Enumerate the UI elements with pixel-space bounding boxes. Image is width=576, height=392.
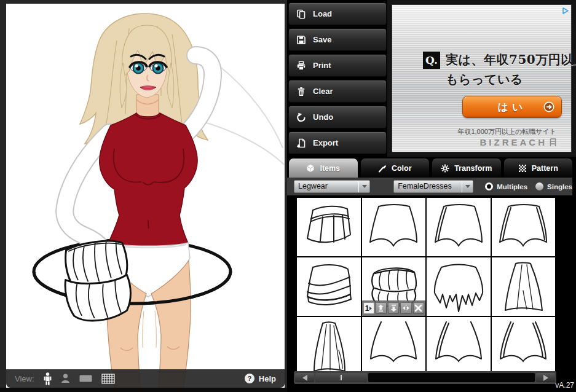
color-icon <box>378 164 387 173</box>
tab-pattern[interactable]: Pattern <box>504 159 573 178</box>
full-body-view-icon[interactable] <box>44 372 52 385</box>
save-button[interactable]: Save <box>288 28 387 51</box>
chevron-down-icon[interactable] <box>462 181 473 192</box>
grid-view-icon[interactable] <box>101 374 115 384</box>
ad-brand[interactable]: BIZREACH <box>480 137 557 147</box>
load-button[interactable]: Load <box>288 2 387 25</box>
set-dropdown-value: FemaleDresses <box>394 181 462 192</box>
help-label: Help <box>259 374 276 383</box>
mode-singles[interactable]: Singles <box>535 182 572 190</box>
set-dropdown[interactable]: FemaleDresses <box>393 180 473 193</box>
mode-multiples-label: Multiples <box>497 183 527 190</box>
export-icon <box>296 138 306 148</box>
item-thumbnail-pleated-mini-skirt[interactable] <box>297 198 361 256</box>
mirror-button[interactable] <box>400 302 411 314</box>
scrollbar-track[interactable] <box>368 373 535 382</box>
close-icon <box>414 304 422 312</box>
mode-options: Multiples Singles <box>485 182 572 190</box>
spinner-arrow-icon <box>369 307 372 310</box>
export-button[interactable]: Export <box>288 131 387 154</box>
print-button[interactable]: Print <box>288 54 387 77</box>
clear-label: Clear <box>313 87 333 96</box>
item-thumbnail-low-rise-skirt-double-seam[interactable] <box>492 317 556 371</box>
dragged-skirt-item[interactable] <box>61 238 133 323</box>
tab-items-label: Items <box>320 164 340 173</box>
move-up-button[interactable] <box>376 302 387 314</box>
tab-bar: Items Color Transform Pattern <box>289 159 572 178</box>
undo-icon <box>296 112 306 122</box>
item-thumbnail-flared-mini-skirt[interactable] <box>362 198 426 256</box>
items-grid: 1 <box>296 197 556 371</box>
print-label: Print <box>313 61 331 70</box>
arrow-right-icon <box>543 101 554 115</box>
move-down-icon <box>390 304 398 312</box>
bizreach-logo-icon <box>550 138 556 147</box>
ad-caption: 年収1,000万円以上の転職サイト <box>457 127 556 136</box>
scroll-left-button[interactable] <box>295 373 314 382</box>
tab-items[interactable]: Items <box>289 159 358 178</box>
load-icon <box>296 9 306 19</box>
adchoices-icon[interactable] <box>561 6 569 17</box>
help-icon: ? <box>245 374 254 383</box>
move-down-button[interactable] <box>388 302 399 314</box>
load-label: Load <box>313 9 332 18</box>
advertisement[interactable]: Q. 実は、年収750万円以上 もらっている はい 年収1,000万円以上の転職… <box>387 0 576 157</box>
app-root: View: ? Help Load <box>0 0 576 392</box>
pattern-icon <box>518 164 527 173</box>
scrollbar-thumb[interactable] <box>315 373 367 382</box>
item-thumbnail-flared-mini-skirt-side-seam[interactable] <box>427 198 491 256</box>
mode-singles-label: Singles <box>547 183 572 190</box>
undo-button[interactable]: Undo <box>288 106 387 128</box>
ad-cta-button[interactable]: はい <box>462 96 562 118</box>
item-overlay-toolbar: 1 <box>362 300 426 316</box>
undo-label: Undo <box>313 112 333 122</box>
tab-transform[interactable]: Transform <box>432 159 501 178</box>
canvas-panel: View: ? Help <box>0 0 287 392</box>
ad-panel: Q. 実は、年収750万円以上 もらっている はい 年収1,000万円以上の転職… <box>392 4 572 152</box>
item-thumbnail-ruffled-tier-skirt-selected[interactable]: 1 <box>362 257 426 316</box>
tab-color-label: Color <box>392 164 412 173</box>
side-panel: Load Save Print Clear Undo Export <box>287 0 576 392</box>
layer-order-value: 1 <box>365 305 369 312</box>
remove-button[interactable] <box>413 302 424 314</box>
ad-headline-line2: もらっている <box>446 71 523 88</box>
ad-q-badge: Q. <box>423 52 440 69</box>
save-label: Save <box>313 35 331 44</box>
export-label: Export <box>313 138 338 147</box>
character-figure <box>6 4 285 388</box>
item-thumbnail-low-rise-skirt[interactable] <box>362 317 426 371</box>
tab-transform-label: Transform <box>454 164 492 173</box>
chevron-down-icon[interactable] <box>358 181 369 192</box>
scroll-right-button[interactable] <box>536 373 555 382</box>
move-up-icon <box>377 304 385 312</box>
bust-view-icon[interactable] <box>61 374 70 383</box>
category-dropdown[interactable]: Legwear <box>294 180 370 193</box>
print-icon <box>296 61 306 71</box>
item-thumbnail-long-flared-skirt[interactable] <box>492 257 556 316</box>
ad-brand-text: BIZREACH <box>480 137 548 147</box>
items-scrollbar[interactable] <box>294 371 556 384</box>
item-thumbnail-low-rise-skirt-side-seam[interactable] <box>427 317 491 371</box>
item-thumbnail-flared-mini-skirt-double-seam[interactable] <box>492 198 556 256</box>
item-thumbnail-long-maxi-skirt[interactable] <box>297 317 361 371</box>
item-thumbnail-jagged-hem-skirt[interactable] <box>427 257 491 316</box>
category-dropdown-value: Legwear <box>294 181 358 192</box>
items-icon <box>306 164 315 173</box>
ad-headline-line1: 実は、年収750万円以上 <box>446 52 576 68</box>
canvas-toolbar: View: ? Help <box>6 369 285 388</box>
mode-multiples[interactable]: Multiples <box>485 182 527 190</box>
radio-singles-icon[interactable] <box>535 182 543 190</box>
clear-icon <box>296 87 306 96</box>
tab-pattern-label: Pattern <box>532 164 558 173</box>
red-top-item[interactable] <box>100 113 197 246</box>
view-label: View: <box>15 374 34 383</box>
layer-order-spinner[interactable]: 1 <box>363 302 374 314</box>
drawing-canvas[interactable] <box>6 4 285 388</box>
item-thumbnail-layered-wrap-skirt[interactable] <box>297 257 361 316</box>
radio-multiples-icon[interactable] <box>485 182 493 190</box>
clear-button[interactable]: Clear <box>288 80 387 103</box>
landscape-view-icon[interactable] <box>79 375 92 382</box>
help-button[interactable]: ? Help <box>245 374 276 383</box>
save-icon <box>296 35 306 45</box>
tab-color[interactable]: Color <box>361 159 430 178</box>
